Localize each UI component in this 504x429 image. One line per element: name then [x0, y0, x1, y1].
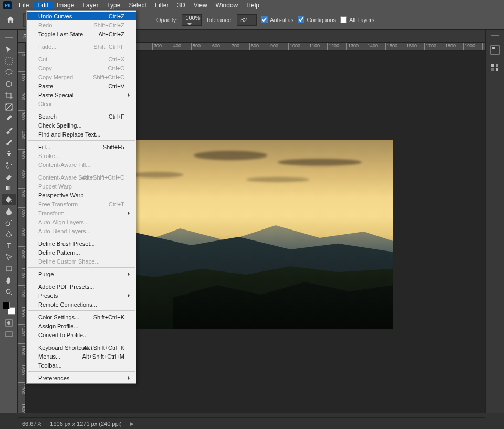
brush-tool[interactable] — [2, 136, 16, 148]
rectangle-tool[interactable] — [2, 263, 16, 275]
eraser-tool[interactable] — [2, 171, 16, 182]
paint-bucket-tool[interactable] — [2, 194, 16, 205]
eyedropper-tool[interactable] — [2, 113, 16, 124]
move-tool[interactable] — [2, 44, 16, 55]
menu-item-paste[interactable]: PasteCtrl+V — [27, 81, 136, 90]
tolerance-field[interactable] — [237, 14, 257, 26]
menu-image[interactable]: Image — [52, 1, 78, 10]
toolbox: T — [0, 30, 18, 413]
opacity-label: Opacity: — [156, 17, 177, 23]
menu-item-transform: Transform — [27, 208, 136, 217]
crop-tool[interactable] — [2, 90, 16, 101]
frame-tool[interactable] — [2, 101, 16, 113]
menu-layer[interactable]: Layer — [78, 1, 102, 10]
dodge-tool[interactable] — [2, 217, 16, 228]
svg-rect-11 — [6, 332, 12, 337]
menu-item-presets[interactable]: Presets — [27, 291, 136, 300]
menu-item-content-aware-fill: Content-Aware Fill... — [27, 160, 136, 169]
contiguous-checkbox[interactable]: Contiguous — [298, 16, 336, 23]
app-logo: Ps — [3, 1, 12, 9]
menu-edit[interactable]: Edit — [33, 1, 52, 10]
menu-help[interactable]: Help — [242, 1, 264, 10]
lasso-tool[interactable] — [2, 67, 16, 78]
menu-file[interactable]: File — [15, 1, 33, 10]
all-layers-checkbox[interactable]: All Layers — [340, 16, 374, 23]
menu-item-cut: CutCtrl+X — [27, 55, 136, 64]
menu-item-convert-to-profile[interactable]: Convert to Profile... — [27, 330, 136, 339]
menu-item-remote-connections[interactable]: Remote Connections... — [27, 300, 136, 309]
healing-tool[interactable] — [2, 124, 16, 136]
menu-item-clear: Clear — [27, 99, 136, 108]
menu-item-copy: CopyCtrl+C — [27, 64, 136, 72]
menu-item-paste-special[interactable]: Paste Special — [27, 90, 136, 99]
opacity-field[interactable]: 100% — [182, 14, 202, 26]
menubar: Ps FileEditImageLayerTypeSelectFilter3DV… — [0, 0, 504, 10]
menu-item-color-settings[interactable]: Color Settings...Shift+Ctrl+K — [27, 312, 136, 321]
color-panel-icon[interactable] — [488, 43, 502, 57]
menu-item-perspective-warp[interactable]: Perspective Warp — [27, 191, 136, 200]
menu-item-content-aware-scale: Content-Aware ScaleAlt+Shift+Ctrl+C — [27, 173, 136, 182]
menu-item-fade: Fade...Shift+Ctrl+F — [27, 42, 136, 51]
clone-stamp-tool[interactable] — [2, 148, 16, 159]
toolbox-grip[interactable] — [1, 36, 17, 41]
svg-rect-0 — [6, 58, 12, 64]
tolerance-label: Tolerance: — [206, 17, 233, 23]
menu-item-define-custom-shape: Define Custom Shape... — [27, 257, 136, 266]
anti-alias-checkbox[interactable]: Anti-alias — [261, 16, 293, 23]
menu-item-toolbar[interactable]: Toolbar... — [27, 361, 136, 370]
menu-item-search[interactable]: SearchCtrl+F — [27, 112, 136, 121]
vertical-ruler[interactable]: 0100200300400500600700800900100011001200… — [18, 43, 26, 413]
pen-tool[interactable] — [2, 228, 16, 240]
svg-text:T: T — [6, 242, 11, 250]
menu-item-assign-profile[interactable]: Assign Profile... — [27, 321, 136, 330]
edit-menu-dropdown: Undo CurvesCtrl+ZRedoShift+Ctrl+ZToggle … — [26, 10, 136, 384]
foreground-color-swatch[interactable] — [3, 302, 10, 309]
menu-item-stroke: Stroke... — [27, 151, 136, 160]
menu-item-auto-blend-layers: Auto-Blend Layers... — [27, 226, 136, 235]
quick-select-tool[interactable] — [2, 78, 16, 90]
svg-point-10 — [7, 321, 10, 325]
zoom-level[interactable]: 66.67% — [22, 421, 41, 427]
svg-rect-7 — [6, 267, 12, 271]
menu-item-preferences[interactable]: Preferences — [27, 373, 136, 382]
hand-tool[interactable] — [2, 275, 16, 286]
panel-grip[interactable] — [487, 34, 503, 39]
menu-item-define-brush-preset[interactable]: Define Brush Preset... — [27, 239, 136, 248]
home-button[interactable] — [2, 13, 19, 27]
history-brush-tool[interactable] — [2, 159, 16, 171]
menu-item-check-spelling[interactable]: Check Spelling... — [27, 121, 136, 130]
menu-item-puppet-warp: Puppet Warp — [27, 182, 136, 191]
menu-item-redo: RedoShift+Ctrl+Z — [27, 20, 136, 29]
menu-item-fill[interactable]: Fill...Shift+F5 — [27, 142, 136, 151]
menu-item-adobe-pdf-presets[interactable]: Adobe PDF Presets... — [27, 282, 136, 291]
type-tool[interactable]: T — [2, 240, 16, 252]
swatches-panel-icon[interactable] — [488, 60, 502, 75]
menu-type[interactable]: Type — [102, 1, 124, 10]
menu-3d[interactable]: 3D — [173, 1, 189, 10]
menu-view[interactable]: View — [190, 1, 212, 10]
path-select-tool[interactable] — [2, 252, 16, 263]
marquee-tool[interactable] — [2, 55, 16, 67]
menu-item-toggle-last-state[interactable]: Toggle Last StateAlt+Ctrl+Z — [27, 29, 136, 38]
screen-mode-toggle[interactable] — [2, 329, 16, 340]
menu-filter[interactable]: Filter — [151, 1, 173, 10]
doc-info-menu[interactable]: ▶ — [130, 421, 134, 426]
zoom-tool[interactable] — [2, 286, 16, 298]
menu-item-define-pattern[interactable]: Define Pattern... — [27, 248, 136, 257]
menu-item-menus[interactable]: Menus...Alt+Shift+Ctrl+M — [27, 352, 136, 361]
menu-item-purge[interactable]: Purge — [27, 269, 136, 278]
menu-item-free-transform: Free TransformCtrl+T — [27, 200, 136, 208]
svg-rect-15 — [496, 64, 498, 67]
menu-item-find-and-replace-text[interactable]: Find and Replace Text... — [27, 130, 136, 139]
blur-tool[interactable] — [2, 205, 16, 217]
svg-rect-13 — [492, 47, 495, 49]
menu-item-keyboard-shortcuts[interactable]: Keyboard Shortcuts...Alt+Shift+Ctrl+K — [27, 343, 136, 352]
menu-item-undo-curves[interactable]: Undo CurvesCtrl+Z — [27, 12, 136, 20]
quick-mask-toggle[interactable] — [2, 318, 16, 328]
menu-select[interactable]: Select — [124, 1, 150, 10]
gradient-tool[interactable] — [2, 182, 16, 194]
svg-rect-16 — [491, 68, 494, 71]
menu-window[interactable]: Window — [212, 1, 243, 10]
doc-info[interactable]: 1906 px x 1271 px (240 ppi) — [50, 421, 121, 427]
color-swatches[interactable] — [2, 301, 16, 316]
